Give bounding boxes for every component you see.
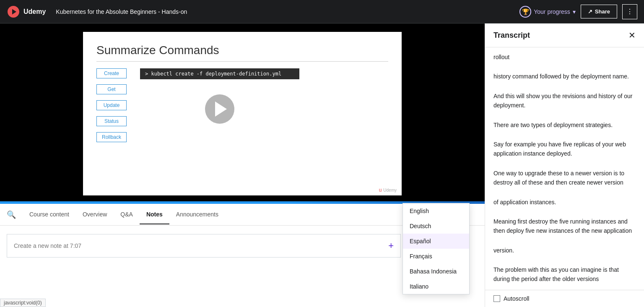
transcript-para-2[interactable]: And this will show you the revisions and… [493, 86, 636, 115]
play-triangle-icon [215, 101, 227, 117]
slide-content: Summarize Commands Create Get Update Sta… [83, 32, 402, 195]
status-bar: javascript:void(0) [0, 299, 46, 307]
notes-area: + English Deutsch Español Français Bahas… [0, 226, 485, 307]
tab-qa[interactable]: Q&A [114, 205, 140, 224]
trophy-icon: 🏆 [519, 6, 531, 18]
transcript-footer: Autoscroll [485, 290, 644, 307]
main-layout: Summarize Commands Create Get Update Sta… [0, 23, 644, 307]
cmd-update-button[interactable]: Update [96, 100, 127, 110]
language-dropdown: English Deutsch Español Français Bahasa … [402, 203, 470, 294]
tab-notes[interactable]: Notes [140, 205, 169, 224]
udemy-logo-icon [7, 5, 20, 18]
transcript-para-3[interactable]: There are two types of deployment strate… [493, 115, 636, 135]
slide-body: Create Get Update Status Rollback > kube… [96, 68, 388, 142]
transcript-para-5[interactable]: One way to upgrade these to a newer vers… [493, 164, 636, 193]
lang-italiano[interactable]: Italiano [403, 279, 469, 294]
lang-bahasa[interactable]: Bahasa Indonesia [403, 264, 469, 279]
transcript-para-7[interactable]: Meaning first destroy the five running i… [493, 212, 636, 241]
header: Udemy Kubernetes for the Absolute Beginn… [0, 0, 644, 23]
tab-announcements[interactable]: Announcements [169, 205, 225, 224]
lang-english[interactable]: English [403, 203, 469, 219]
tab-course-content[interactable]: Course content [23, 205, 76, 224]
transcript-para-9[interactable]: The problem with this as you can imagine… [493, 260, 636, 289]
share-button[interactable]: ↗ Share [581, 5, 617, 18]
autoscroll-label: Autoscroll [504, 295, 529, 302]
logo[interactable]: Udemy [7, 5, 46, 18]
content-area: Summarize Commands Create Get Update Sta… [0, 23, 485, 307]
close-icon: ✕ [628, 31, 636, 40]
note-add-button[interactable]: + [388, 240, 394, 251]
course-title: Kubernetes for the Absolute Beginners - … [56, 8, 519, 15]
lang-deutsch[interactable]: Deutsch [403, 219, 469, 234]
share-label: Share [595, 8, 610, 15]
transcript-header: Transcript ✕ [485, 23, 644, 47]
play-button[interactable] [205, 94, 234, 124]
slide-title: Summarize Commands [96, 44, 388, 62]
status-text: javascript:void(0) [4, 300, 42, 306]
header-actions: 🏆 Your progress ▾ ↗ Share ⋮ [519, 4, 637, 19]
lang-francais[interactable]: Français [403, 249, 469, 264]
transcript-panel: Transcript ✕ rollout history command fol… [485, 23, 644, 307]
lang-espanol[interactable]: Español [403, 234, 469, 249]
tab-overview[interactable]: Overview [76, 205, 114, 224]
transcript-para-4[interactable]: Say for example you have five replicas o… [493, 135, 636, 164]
slide-watermark: u Udemy [379, 187, 397, 193]
cmd-create-button[interactable]: Create [96, 68, 127, 78]
progress-button[interactable]: 🏆 Your progress ▾ [519, 6, 576, 18]
transcript-para-6[interactable]: of application instances. [493, 193, 636, 212]
share-arrow-icon: ↗ [588, 8, 592, 15]
watermark-text: Udemy [383, 188, 397, 193]
video-section[interactable]: Summarize Commands Create Get Update Sta… [0, 23, 485, 204]
more-options-button[interactable]: ⋮ [622, 4, 637, 19]
chevron-down-icon: ▾ [573, 8, 576, 15]
transcript-para-8[interactable]: version. [493, 241, 636, 260]
terminal-command: > kubectl create -f deployment-definitio… [140, 68, 299, 79]
progress-label: Your progress [534, 8, 570, 15]
note-input[interactable] [14, 242, 388, 249]
transcript-para-1[interactable]: history command followed by the deployme… [493, 67, 636, 86]
note-input-row: + [7, 234, 401, 258]
cmd-rollback-button[interactable]: Rollback [96, 132, 127, 142]
add-icon: + [388, 240, 394, 251]
cmd-status-button[interactable]: Status [96, 116, 127, 126]
slide-right: > kubectl create -f deployment-definitio… [140, 68, 299, 142]
slide-commands: Create Get Update Status Rollback [96, 68, 127, 142]
autoscroll-checkbox[interactable] [493, 295, 500, 302]
more-icon: ⋮ [626, 8, 633, 16]
cmd-get-button[interactable]: Get [96, 84, 127, 94]
transcript-title: Transcript [493, 31, 530, 40]
search-icon[interactable]: 🔍 [7, 210, 16, 219]
transcript-body[interactable]: rollout history command followed by the … [485, 47, 644, 290]
transcript-close-button[interactable]: ✕ [628, 30, 636, 40]
logo-text: Udemy [23, 8, 46, 16]
transcript-para-0[interactable]: rollout [493, 47, 636, 67]
